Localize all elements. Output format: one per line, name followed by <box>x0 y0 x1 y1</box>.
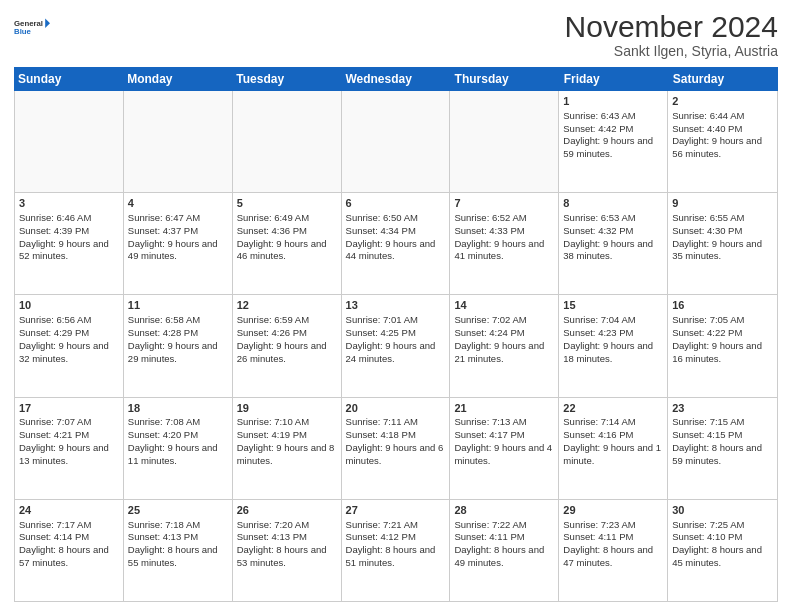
day-number: 24 <box>19 503 119 518</box>
day-info: Sunrise: 7:23 AM Sunset: 4:11 PM Dayligh… <box>563 519 663 570</box>
calendar-row-1: 3Sunrise: 6:46 AM Sunset: 4:39 PM Daylig… <box>15 193 777 295</box>
weekday-header-thursday: Thursday <box>451 67 560 91</box>
day-cell-8: 8Sunrise: 6:53 AM Sunset: 4:32 PM Daylig… <box>559 193 668 294</box>
day-info: Sunrise: 7:13 AM Sunset: 4:17 PM Dayligh… <box>454 416 554 467</box>
day-info: Sunrise: 7:17 AM Sunset: 4:14 PM Dayligh… <box>19 519 119 570</box>
day-info: Sunrise: 6:43 AM Sunset: 4:42 PM Dayligh… <box>563 110 663 161</box>
day-cell-empty-0-1 <box>124 91 233 192</box>
day-number: 18 <box>128 401 228 416</box>
day-cell-empty-0-2 <box>233 91 342 192</box>
day-number: 8 <box>563 196 663 211</box>
day-cell-22: 22Sunrise: 7:14 AM Sunset: 4:16 PM Dayli… <box>559 398 668 499</box>
day-info: Sunrise: 6:50 AM Sunset: 4:34 PM Dayligh… <box>346 212 446 263</box>
day-info: Sunrise: 7:04 AM Sunset: 4:23 PM Dayligh… <box>563 314 663 365</box>
day-info: Sunrise: 7:15 AM Sunset: 4:15 PM Dayligh… <box>672 416 773 467</box>
day-cell-14: 14Sunrise: 7:02 AM Sunset: 4:24 PM Dayli… <box>450 295 559 396</box>
location: Sankt Ilgen, Styria, Austria <box>565 43 778 59</box>
title-block: November 2024 Sankt Ilgen, Styria, Austr… <box>565 10 778 59</box>
day-cell-23: 23Sunrise: 7:15 AM Sunset: 4:15 PM Dayli… <box>668 398 777 499</box>
day-number: 10 <box>19 298 119 313</box>
weekday-header-wednesday: Wednesday <box>341 67 450 91</box>
day-info: Sunrise: 6:47 AM Sunset: 4:37 PM Dayligh… <box>128 212 228 263</box>
header: General Blue November 2024 Sankt Ilgen, … <box>14 10 778 59</box>
day-cell-empty-0-4 <box>450 91 559 192</box>
month-title: November 2024 <box>565 10 778 43</box>
day-cell-10: 10Sunrise: 6:56 AM Sunset: 4:29 PM Dayli… <box>15 295 124 396</box>
day-number: 14 <box>454 298 554 313</box>
day-cell-1: 1Sunrise: 6:43 AM Sunset: 4:42 PM Daylig… <box>559 91 668 192</box>
day-number: 4 <box>128 196 228 211</box>
day-info: Sunrise: 7:21 AM Sunset: 4:12 PM Dayligh… <box>346 519 446 570</box>
day-cell-26: 26Sunrise: 7:20 AM Sunset: 4:13 PM Dayli… <box>233 500 342 601</box>
day-cell-11: 11Sunrise: 6:58 AM Sunset: 4:28 PM Dayli… <box>124 295 233 396</box>
logo-svg: General Blue <box>14 10 50 46</box>
calendar-row-0: 1Sunrise: 6:43 AM Sunset: 4:42 PM Daylig… <box>15 91 777 193</box>
weekday-header-sunday: Sunday <box>14 67 123 91</box>
day-info: Sunrise: 7:08 AM Sunset: 4:20 PM Dayligh… <box>128 416 228 467</box>
day-number: 15 <box>563 298 663 313</box>
page: General Blue November 2024 Sankt Ilgen, … <box>0 0 792 612</box>
day-cell-17: 17Sunrise: 7:07 AM Sunset: 4:21 PM Dayli… <box>15 398 124 499</box>
day-number: 6 <box>346 196 446 211</box>
day-info: Sunrise: 7:07 AM Sunset: 4:21 PM Dayligh… <box>19 416 119 467</box>
day-number: 22 <box>563 401 663 416</box>
weekday-header-monday: Monday <box>123 67 232 91</box>
day-cell-20: 20Sunrise: 7:11 AM Sunset: 4:18 PM Dayli… <box>342 398 451 499</box>
day-number: 9 <box>672 196 773 211</box>
calendar: SundayMondayTuesdayWednesdayThursdayFrid… <box>14 67 778 602</box>
day-cell-13: 13Sunrise: 7:01 AM Sunset: 4:25 PM Dayli… <box>342 295 451 396</box>
day-number: 30 <box>672 503 773 518</box>
day-cell-3: 3Sunrise: 6:46 AM Sunset: 4:39 PM Daylig… <box>15 193 124 294</box>
day-number: 17 <box>19 401 119 416</box>
day-number: 27 <box>346 503 446 518</box>
svg-text:Blue: Blue <box>14 27 32 36</box>
day-info: Sunrise: 6:44 AM Sunset: 4:40 PM Dayligh… <box>672 110 773 161</box>
day-number: 29 <box>563 503 663 518</box>
svg-marker-2 <box>45 18 50 28</box>
day-info: Sunrise: 6:55 AM Sunset: 4:30 PM Dayligh… <box>672 212 773 263</box>
day-info: Sunrise: 7:25 AM Sunset: 4:10 PM Dayligh… <box>672 519 773 570</box>
day-cell-5: 5Sunrise: 6:49 AM Sunset: 4:36 PM Daylig… <box>233 193 342 294</box>
day-cell-30: 30Sunrise: 7:25 AM Sunset: 4:10 PM Dayli… <box>668 500 777 601</box>
day-info: Sunrise: 6:46 AM Sunset: 4:39 PM Dayligh… <box>19 212 119 263</box>
day-cell-empty-0-3 <box>342 91 451 192</box>
day-info: Sunrise: 7:20 AM Sunset: 4:13 PM Dayligh… <box>237 519 337 570</box>
day-number: 16 <box>672 298 773 313</box>
day-number: 23 <box>672 401 773 416</box>
day-number: 25 <box>128 503 228 518</box>
logo: General Blue <box>14 10 50 46</box>
calendar-row-3: 17Sunrise: 7:07 AM Sunset: 4:21 PM Dayli… <box>15 398 777 500</box>
calendar-row-4: 24Sunrise: 7:17 AM Sunset: 4:14 PM Dayli… <box>15 500 777 601</box>
day-number: 11 <box>128 298 228 313</box>
day-number: 12 <box>237 298 337 313</box>
day-cell-25: 25Sunrise: 7:18 AM Sunset: 4:13 PM Dayli… <box>124 500 233 601</box>
day-info: Sunrise: 6:59 AM Sunset: 4:26 PM Dayligh… <box>237 314 337 365</box>
day-number: 13 <box>346 298 446 313</box>
day-cell-21: 21Sunrise: 7:13 AM Sunset: 4:17 PM Dayli… <box>450 398 559 499</box>
day-cell-12: 12Sunrise: 6:59 AM Sunset: 4:26 PM Dayli… <box>233 295 342 396</box>
day-number: 7 <box>454 196 554 211</box>
day-info: Sunrise: 6:56 AM Sunset: 4:29 PM Dayligh… <box>19 314 119 365</box>
day-info: Sunrise: 7:01 AM Sunset: 4:25 PM Dayligh… <box>346 314 446 365</box>
day-number: 26 <box>237 503 337 518</box>
day-cell-24: 24Sunrise: 7:17 AM Sunset: 4:14 PM Dayli… <box>15 500 124 601</box>
day-cell-18: 18Sunrise: 7:08 AM Sunset: 4:20 PM Dayli… <box>124 398 233 499</box>
day-info: Sunrise: 7:14 AM Sunset: 4:16 PM Dayligh… <box>563 416 663 467</box>
weekday-header-tuesday: Tuesday <box>232 67 341 91</box>
day-info: Sunrise: 7:22 AM Sunset: 4:11 PM Dayligh… <box>454 519 554 570</box>
day-info: Sunrise: 6:58 AM Sunset: 4:28 PM Dayligh… <box>128 314 228 365</box>
day-cell-6: 6Sunrise: 6:50 AM Sunset: 4:34 PM Daylig… <box>342 193 451 294</box>
day-number: 28 <box>454 503 554 518</box>
day-number: 3 <box>19 196 119 211</box>
day-info: Sunrise: 7:05 AM Sunset: 4:22 PM Dayligh… <box>672 314 773 365</box>
day-cell-29: 29Sunrise: 7:23 AM Sunset: 4:11 PM Dayli… <box>559 500 668 601</box>
day-cell-empty-0-0 <box>15 91 124 192</box>
day-cell-7: 7Sunrise: 6:52 AM Sunset: 4:33 PM Daylig… <box>450 193 559 294</box>
day-cell-19: 19Sunrise: 7:10 AM Sunset: 4:19 PM Dayli… <box>233 398 342 499</box>
day-cell-27: 27Sunrise: 7:21 AM Sunset: 4:12 PM Dayli… <box>342 500 451 601</box>
day-info: Sunrise: 7:10 AM Sunset: 4:19 PM Dayligh… <box>237 416 337 467</box>
day-number: 1 <box>563 94 663 109</box>
svg-text:General: General <box>14 19 43 28</box>
calendar-body: 1Sunrise: 6:43 AM Sunset: 4:42 PM Daylig… <box>14 91 778 602</box>
weekday-header-saturday: Saturday <box>669 67 778 91</box>
